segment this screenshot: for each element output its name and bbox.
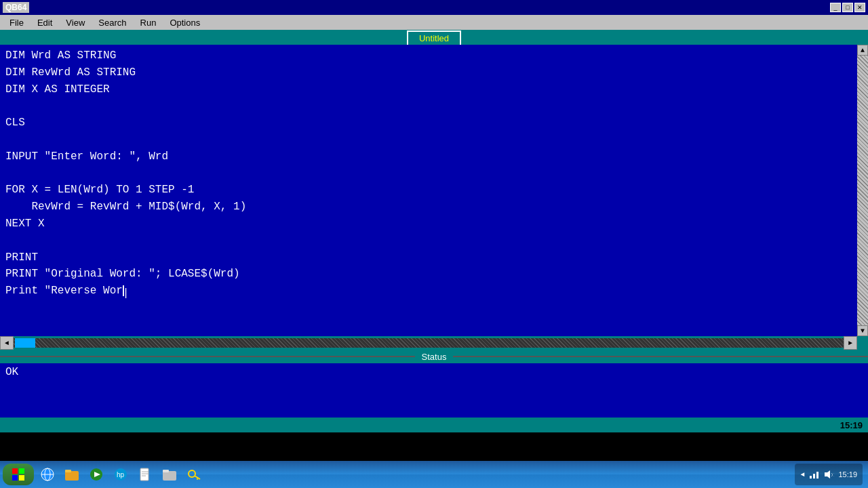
menu-view[interactable]: View <box>59 16 92 29</box>
hscroll-right-button[interactable]: ► <box>844 336 857 350</box>
editor-area[interactable]: DIM Wrd AS STRING DIM RevWrd AS STRING D… <box>0 45 868 336</box>
minimize-button[interactable]: _ <box>830 3 841 12</box>
svg-rect-23 <box>813 474 815 479</box>
time-display: 15:19 <box>840 420 863 430</box>
system-tray: ◄ ))) 15:19 <box>795 464 863 485</box>
divider-right <box>453 356 868 357</box>
speaker-icon: ))) <box>823 469 834 480</box>
status-divider: Status <box>0 350 868 363</box>
svg-rect-8 <box>65 470 71 472</box>
taskbar-icon-hp[interactable]: hp <box>110 464 132 485</box>
menu-search[interactable]: Search <box>92 16 133 29</box>
svg-rect-1 <box>19 468 24 474</box>
tray-arrow-icon[interactable]: ◄ <box>800 471 804 479</box>
taskbar-icon-folder2[interactable] <box>159 464 180 485</box>
vscroll-track[interactable] <box>857 56 868 325</box>
status-bar: OK <box>0 363 868 418</box>
title-bar: QB64 _ □ ✕ <box>0 0 868 15</box>
taskbar-icon-media[interactable] <box>85 464 107 485</box>
taskbar-right: ◄ ))) 15:19 <box>795 464 865 485</box>
hscroll-left-button[interactable]: ◄ <box>0 336 14 350</box>
svg-text:))): ))) <box>831 472 834 477</box>
svg-rect-24 <box>816 472 818 479</box>
svg-rect-22 <box>810 476 812 479</box>
divider-left <box>0 356 415 357</box>
svg-rect-18 <box>163 470 169 472</box>
svg-marker-25 <box>825 470 830 479</box>
svg-text:hp: hp <box>117 471 125 479</box>
hscroll-area: ◄ ► <box>0 336 868 350</box>
hscroll-thumb[interactable] <box>15 338 35 348</box>
tab-untitled[interactable]: Untitled <box>407 30 461 45</box>
status-label: Status <box>415 352 454 362</box>
tab-bar: Untitled <box>0 30 868 45</box>
taskbar-icon-doc[interactable] <box>134 464 156 485</box>
maximize-button[interactable]: □ <box>842 3 853 12</box>
svg-rect-17 <box>163 471 176 481</box>
status-ok-text: OK <box>5 366 863 378</box>
windows-logo-icon <box>12 468 24 481</box>
start-button[interactable] <box>3 464 34 485</box>
menu-edit[interactable]: Edit <box>31 16 59 29</box>
menu-bar: File Edit View Search Run Options <box>0 15 868 30</box>
taskbar-icon-ie[interactable] <box>37 464 58 485</box>
vertical-scrollbar[interactable]: ▲ ▼ <box>857 45 868 336</box>
close-button[interactable]: ✕ <box>854 3 865 12</box>
hscroll-container: ◄ ► <box>0 336 857 350</box>
taskbar-icon-folder[interactable] <box>61 464 83 485</box>
svg-rect-0 <box>12 468 18 474</box>
network-icon <box>808 469 819 480</box>
svg-rect-13 <box>140 468 149 481</box>
svg-rect-2 <box>12 475 18 481</box>
svg-rect-7 <box>65 471 79 481</box>
title-bar-left: QB64 <box>3 2 29 13</box>
app-icon: QB64 <box>3 2 29 13</box>
taskbar: hp ◄ <box>0 461 868 488</box>
bottom-bar: 15:19 <box>0 418 868 432</box>
clock-display: 15:19 <box>838 470 857 479</box>
menu-file[interactable]: File <box>3 16 31 29</box>
vscroll-down-button[interactable]: ▼ <box>857 325 868 336</box>
code-editor[interactable]: DIM Wrd AS STRING DIM RevWrd AS STRING D… <box>0 45 868 302</box>
menu-run[interactable]: Run <box>134 16 163 29</box>
vscroll-up-button[interactable]: ▲ <box>857 45 868 56</box>
menu-options[interactable]: Options <box>163 16 207 29</box>
taskbar-icon-key[interactable] <box>183 464 205 485</box>
title-bar-controls: _ □ ✕ <box>830 3 865 12</box>
hscroll-track[interactable] <box>14 338 844 348</box>
svg-rect-3 <box>19 475 24 481</box>
svg-point-19 <box>189 470 195 477</box>
